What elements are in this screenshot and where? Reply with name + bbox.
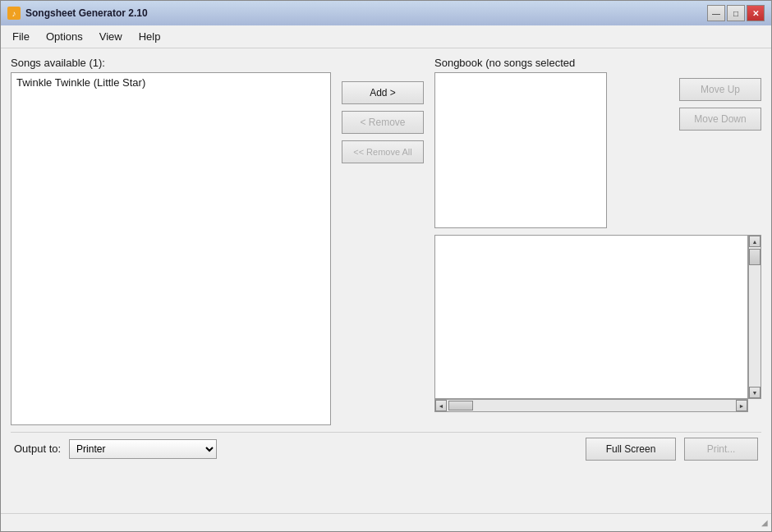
scroll-left-arrow[interactable]: ◄ — [435, 400, 447, 411]
output-label: Output to: — [14, 443, 61, 455]
song-item-0[interactable]: Twinkle Twinkle (Little Star) — [13, 75, 329, 90]
menu-file[interactable]: File — [4, 27, 38, 46]
songbook-listbox[interactable] — [434, 72, 607, 228]
horizontal-scrollbar: ◄ ► — [434, 399, 748, 412]
remove-button[interactable]: < Remove — [342, 111, 424, 134]
scroll-up-arrow[interactable]: ▲ — [749, 236, 761, 247]
scroll-thumb-h[interactable] — [448, 401, 473, 410]
minimize-button[interactable]: — — [707, 5, 725, 21]
preview-box — [434, 235, 748, 399]
songbook-column: Songbook (no songs selected — [434, 57, 673, 228]
move-down-button[interactable]: Move Down — [679, 108, 761, 131]
print-button[interactable]: Print... — [684, 438, 758, 461]
menu-options[interactable]: Options — [38, 27, 91, 46]
full-screen-button[interactable]: Full Screen — [586, 438, 676, 461]
preview-section: ▲ ▼ ◄ ► — [434, 235, 761, 412]
add-button[interactable]: Add > — [342, 81, 424, 104]
bottom-bar: Output to: Printer PDF Screen Full Scree… — [11, 432, 761, 465]
output-select[interactable]: Printer PDF Screen — [69, 439, 217, 459]
menu-bar: File Options View Help — [1, 25, 771, 48]
window-controls: — □ ✕ — [707, 5, 765, 21]
songbook-label: Songbook (no songs selected — [434, 57, 673, 69]
menu-help[interactable]: Help — [131, 27, 169, 46]
action-buttons: Add > < Remove << Remove All — [338, 57, 428, 163]
songs-panel: Songs available (1): Twinkle Twinkle (Li… — [11, 57, 331, 425]
scroll-thumb-v[interactable] — [749, 249, 761, 265]
app-icon: ♪ — [7, 7, 21, 20]
move-up-button[interactable]: Move Up — [679, 78, 761, 101]
right-section: Songbook (no songs selected Move Up Move… — [434, 57, 761, 412]
maximize-button[interactable]: □ — [727, 5, 745, 21]
scroll-down-arrow[interactable]: ▼ — [749, 387, 761, 398]
resize-grip: ◢ — [761, 518, 768, 527]
scroll-right-arrow[interactable]: ► — [736, 400, 747, 411]
songs-label: Songs available (1): — [11, 57, 331, 69]
window-title: Songsheet Generator 2.10 — [25, 7, 707, 19]
move-buttons: Move Up Move Down — [679, 57, 761, 131]
status-bar: ◢ — [1, 513, 771, 531]
close-button[interactable]: ✕ — [747, 5, 765, 21]
remove-all-button[interactable]: << Remove All — [342, 140, 424, 163]
title-bar: ♪ Songsheet Generator 2.10 — □ ✕ — [1, 1, 771, 25]
vertical-scrollbar: ▲ ▼ — [748, 235, 761, 399]
songs-listbox[interactable]: Twinkle Twinkle (Little Star) — [11, 72, 331, 425]
main-window: ♪ Songsheet Generator 2.10 — □ ✕ File Op… — [0, 0, 772, 532]
menu-view[interactable]: View — [91, 27, 131, 46]
